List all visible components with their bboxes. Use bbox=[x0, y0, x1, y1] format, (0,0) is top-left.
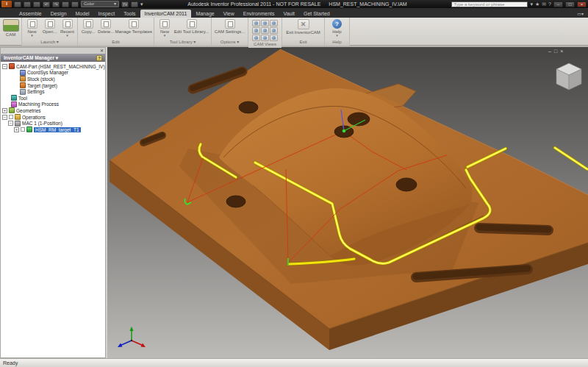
cam-button[interactable]: CAM bbox=[2, 19, 19, 37]
expand-icon[interactable]: + bbox=[2, 108, 7, 113]
cam-view-icon[interactable] bbox=[261, 35, 269, 41]
save-icon[interactable] bbox=[33, 1, 40, 7]
color-dropdown[interactable]: Color ▾ bbox=[81, 1, 119, 7]
panel-label-exit: Exit bbox=[282, 39, 324, 46]
tab-manage[interactable]: Manage bbox=[191, 10, 218, 18]
cam-machine-icon bbox=[3, 19, 19, 32]
new-document-icon bbox=[27, 19, 37, 29]
exit-inventorcam-button[interactable]: ✕ Exit InventorCAM bbox=[285, 19, 321, 35]
tab-assemble[interactable]: Assemble bbox=[15, 10, 46, 18]
new-file-icon[interactable] bbox=[14, 1, 21, 7]
tree-item-machining-process[interactable]: Machining Process bbox=[1, 101, 105, 108]
open-file-icon[interactable] bbox=[24, 1, 31, 7]
operations-checkbox[interactable] bbox=[9, 115, 13, 119]
ribbon-appearance-icon[interactable]: ▭▾ bbox=[577, 11, 584, 18]
edit-tool-library-button[interactable]: Edit Tool Library... bbox=[174, 19, 209, 34]
cam-views-grid bbox=[252, 19, 278, 41]
cam-view-icon[interactable] bbox=[252, 35, 260, 41]
favorites-star-icon[interactable]: ★ bbox=[535, 1, 539, 7]
ribbon-panel-cam-views: CAM Views bbox=[248, 18, 282, 46]
cam-settings-button[interactable]: CAM Settings... bbox=[214, 19, 245, 34]
panel-label-edit: Edit bbox=[78, 39, 154, 46]
ribbon-panel-tool-library: New ▾ Edit Tool Library... Tool Library … bbox=[154, 18, 212, 46]
cam-view-icon[interactable] bbox=[270, 20, 278, 26]
tree-item-coordsys-manager[interactable]: CoordSys Manager bbox=[1, 70, 105, 76]
appearance-icon[interactable] bbox=[131, 1, 138, 7]
expand-icon[interactable]: − bbox=[2, 115, 7, 120]
tab-tools[interactable]: Tools bbox=[119, 10, 140, 18]
close-button[interactable]: × bbox=[577, 1, 587, 7]
undo-icon[interactable]: ↶ bbox=[43, 1, 50, 7]
panel-label-launch[interactable]: Launch ▾ bbox=[22, 39, 77, 46]
cam-view-icon[interactable] bbox=[261, 20, 269, 26]
tree-item-hsm-operation[interactable]: + HSM_RM_target_T1 bbox=[1, 127, 105, 133]
communication-icon[interactable]: ✉ bbox=[542, 1, 546, 7]
ribbon-separator bbox=[0, 46, 588, 47]
collapse-icon[interactable]: − bbox=[2, 64, 7, 69]
coordsys-icon bbox=[20, 70, 26, 76]
new-tool-icon bbox=[159, 19, 170, 29]
cam-view-icon[interactable] bbox=[252, 20, 260, 26]
exit-x-icon: ✕ bbox=[298, 19, 309, 29]
tab-inspect[interactable]: Inspect bbox=[94, 10, 120, 18]
cam-view-icon[interactable] bbox=[270, 27, 278, 34]
maximize-button[interactable]: □ bbox=[565, 1, 575, 7]
expand-icon[interactable]: + bbox=[14, 127, 19, 132]
recent-button[interactable]: Recent ▾ bbox=[60, 19, 76, 37]
redo-icon[interactable]: ↷ bbox=[52, 1, 60, 7]
chevron-down-icon[interactable]: ▾ bbox=[140, 1, 143, 7]
tab-inventorcam-2011[interactable]: InventorCAM 2011 bbox=[140, 10, 192, 18]
tab-design[interactable]: Design bbox=[46, 10, 71, 18]
doc-minimize-button[interactable]: – bbox=[548, 49, 551, 54]
tab-model[interactable]: Model bbox=[71, 10, 94, 18]
tab-get-started[interactable]: Get Started bbox=[299, 10, 334, 18]
doc-restore-button[interactable]: □ bbox=[554, 49, 557, 54]
tab-view[interactable]: View bbox=[219, 10, 239, 18]
coordsys-origin-point bbox=[343, 129, 346, 133]
panel-label-tool-library[interactable]: Tool Library ▾ bbox=[154, 39, 211, 46]
manage-templates-button[interactable]: Manage Templates bbox=[116, 19, 151, 34]
operation-checkbox[interactable] bbox=[21, 127, 25, 132]
chevron-down-icon: ▾ bbox=[114, 1, 116, 7]
tree-item-mac1[interactable]: − MAC 1 (1-Position) bbox=[1, 120, 105, 127]
measure-icon[interactable] bbox=[71, 1, 79, 7]
doc-close-button[interactable]: × bbox=[560, 49, 563, 54]
panel-close-icon[interactable]: ✕ bbox=[100, 49, 104, 53]
help-icon[interactable]: ? bbox=[548, 1, 551, 7]
ribbon: CAM New ▾ Open... Recent ▾ bbox=[0, 18, 588, 46]
cam-view-icon[interactable] bbox=[252, 27, 260, 34]
selected-operation-label: HSM_RM_target_T1 bbox=[34, 127, 81, 132]
tree-item-cam-part[interactable]: − CAM-Part (HSM_REST_MACHINING_IV) bbox=[1, 63, 105, 70]
panel-help-icon[interactable]: ? bbox=[96, 55, 102, 61]
tab-environments[interactable]: Environments bbox=[239, 10, 279, 18]
cam-view-icon[interactable] bbox=[270, 35, 278, 41]
settings-gear-icon bbox=[20, 89, 26, 95]
search-options-icon[interactable]: ▾ bbox=[530, 1, 533, 7]
tree-item-stock[interactable]: Stock (stock) bbox=[1, 76, 105, 82]
new-cam-part-button[interactable]: New ▾ bbox=[24, 19, 40, 37]
delete-button[interactable]: Delete... bbox=[98, 19, 115, 34]
search-input[interactable] bbox=[451, 1, 528, 7]
tree-item-operations[interactable]: − Operations bbox=[1, 114, 105, 121]
parameters-fx-icon[interactable]: ƒx bbox=[121, 1, 129, 7]
tree-item-geometries[interactable]: + Geometries bbox=[1, 107, 105, 114]
tree-item-tool[interactable]: Tool bbox=[1, 95, 105, 101]
copy-button[interactable]: Copy... bbox=[80, 19, 96, 34]
help-button[interactable]: ? Help ▾ bbox=[329, 19, 345, 37]
tab-vault[interactable]: Vault bbox=[279, 10, 299, 18]
inventor-logo-icon[interactable]: I bbox=[1, 1, 12, 7]
new-tool-button[interactable]: New ▾ bbox=[157, 19, 173, 37]
graphics-viewport[interactable] bbox=[107, 47, 588, 358]
open-button[interactable]: Open... bbox=[42, 19, 58, 34]
tree-item-target[interactable]: Target (target) bbox=[1, 82, 105, 89]
panel-label-options[interactable]: Options ▾ bbox=[212, 39, 248, 46]
minimize-button[interactable]: – bbox=[553, 1, 563, 7]
print-icon[interactable] bbox=[62, 1, 69, 7]
tree-item-settings[interactable]: Settings bbox=[1, 88, 105, 95]
view-cube[interactable] bbox=[556, 63, 581, 90]
collapse-icon[interactable]: − bbox=[8, 121, 13, 126]
cam-view-icon[interactable] bbox=[261, 27, 269, 34]
document-title: HSM_REST_MACHINING_IV.IAM bbox=[329, 1, 406, 7]
panel-header[interactable]: InventorCAM Manager ▾ ? bbox=[1, 54, 105, 62]
settings-icon bbox=[225, 19, 235, 29]
